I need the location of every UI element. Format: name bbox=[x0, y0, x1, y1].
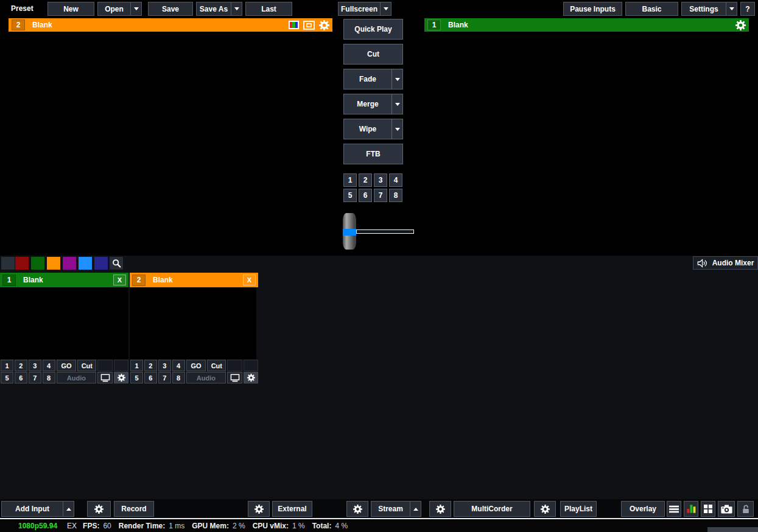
add-input-dropdown[interactable] bbox=[63, 502, 74, 516]
new-button[interactable]: New bbox=[47, 2, 94, 16]
stream-dropdown[interactable] bbox=[410, 502, 421, 516]
position-button-3[interactable]: 3 bbox=[158, 360, 171, 371]
input-settings-button[interactable] bbox=[114, 372, 128, 383]
go-button[interactable]: GO bbox=[186, 360, 206, 371]
external-settings-button[interactable] bbox=[248, 501, 270, 517]
cut-button[interactable]: Cut bbox=[77, 360, 96, 371]
fullscreen-dropdown[interactable] bbox=[380, 2, 391, 15]
open-dropdown[interactable] bbox=[130, 2, 141, 15]
cut-button[interactable]: Cut bbox=[207, 360, 226, 371]
playlist-settings-button[interactable] bbox=[534, 501, 556, 517]
basic-button[interactable]: Basic bbox=[625, 2, 678, 16]
fade-button[interactable]: Fade bbox=[343, 69, 403, 89]
tbar-track[interactable] bbox=[356, 229, 414, 234]
position-button-5[interactable]: 5 bbox=[1, 372, 13, 383]
close-button[interactable]: X bbox=[113, 275, 126, 285]
open-button[interactable]: Open bbox=[97, 2, 142, 16]
quick-number-1[interactable]: 1 bbox=[343, 173, 357, 187]
audio-meter-button[interactable] bbox=[684, 501, 698, 517]
color-filter-green[interactable] bbox=[31, 257, 44, 270]
cut-button[interactable]: Cut bbox=[343, 44, 403, 65]
go-button[interactable]: GO bbox=[57, 360, 77, 371]
add-input-button[interactable]: Add Input bbox=[1, 501, 74, 517]
gear-icon[interactable] bbox=[735, 20, 746, 30]
quick-number-2[interactable]: 2 bbox=[359, 173, 372, 187]
stream-settings-button[interactable] bbox=[346, 501, 368, 517]
close-button[interactable]: X bbox=[243, 275, 256, 285]
position-button-1[interactable]: 1 bbox=[1, 360, 13, 371]
color-filter-blue[interactable] bbox=[79, 257, 92, 270]
settings-button[interactable]: Settings bbox=[681, 2, 737, 16]
wipe-dropdown[interactable] bbox=[391, 119, 402, 139]
save-as-dropdown[interactable] bbox=[231, 2, 242, 15]
color-filter-navy[interactable] bbox=[94, 257, 108, 270]
position-button-5[interactable]: 5 bbox=[130, 372, 143, 383]
help-button[interactable]: ? bbox=[740, 2, 755, 16]
input-2-thumbnail[interactable] bbox=[130, 287, 256, 359]
tbar-handle[interactable] bbox=[343, 213, 356, 250]
stream-button[interactable]: Stream bbox=[371, 501, 421, 517]
merge-dropdown[interactable] bbox=[391, 94, 402, 114]
resize-grip[interactable] bbox=[707, 527, 758, 532]
position-button-2[interactable]: 2 bbox=[144, 360, 157, 371]
menu-button[interactable] bbox=[667, 501, 681, 517]
position-button-7[interactable]: 7 bbox=[29, 372, 41, 383]
position-button-4[interactable]: 4 bbox=[43, 360, 55, 371]
color-filter-none[interactable] bbox=[1, 257, 15, 270]
snapshot-button[interactable] bbox=[718, 501, 735, 517]
position-button-8[interactable]: 8 bbox=[172, 372, 185, 383]
last-button[interactable]: Last bbox=[245, 2, 292, 16]
quick-number-4[interactable]: 4 bbox=[389, 173, 402, 187]
record-settings-button[interactable] bbox=[87, 501, 111, 517]
external-button[interactable]: External bbox=[272, 501, 312, 517]
color-filter-purple[interactable] bbox=[63, 257, 76, 270]
lock-button[interactable] bbox=[737, 501, 754, 517]
fullscreen-monitor-icon[interactable] bbox=[303, 21, 315, 30]
multiview-button[interactable] bbox=[701, 501, 715, 517]
fade-dropdown[interactable] bbox=[391, 69, 402, 89]
quick-number-3[interactable]: 3 bbox=[374, 173, 387, 187]
program-video-area[interactable] bbox=[424, 32, 749, 214]
quick-number-7[interactable]: 7 bbox=[374, 189, 387, 202]
audio-mixer-button[interactable]: Audio Mixer bbox=[693, 256, 758, 270]
color-filter-orange[interactable] bbox=[47, 257, 60, 270]
position-button-6[interactable]: 6 bbox=[144, 372, 157, 383]
quick-play-button[interactable]: Quick Play bbox=[343, 19, 403, 40]
position-button-6[interactable]: 6 bbox=[15, 372, 27, 383]
colorbars-icon[interactable] bbox=[289, 21, 299, 29]
multicorder-settings-button[interactable] bbox=[429, 501, 451, 517]
settings-dropdown[interactable] bbox=[726, 2, 737, 15]
color-filter-red[interactable] bbox=[15, 257, 29, 270]
multicorder-button[interactable]: MultiCorder bbox=[454, 501, 530, 517]
gear-icon[interactable] bbox=[319, 20, 329, 30]
fullscreen-output-button[interactable] bbox=[227, 372, 242, 383]
input-1-titlebar[interactable]: 1 Blank X bbox=[0, 273, 128, 287]
search-button[interactable] bbox=[110, 257, 123, 270]
quick-number-6[interactable]: 6 bbox=[359, 189, 372, 202]
audio-button[interactable]: Audio bbox=[186, 372, 226, 383]
position-button-8[interactable]: 8 bbox=[43, 372, 55, 383]
preview-video-area[interactable] bbox=[9, 32, 332, 214]
input-1-thumbnail[interactable] bbox=[0, 287, 128, 359]
input-2-titlebar[interactable]: 2 Blank X bbox=[130, 273, 258, 287]
merge-button[interactable]: Merge bbox=[343, 94, 403, 114]
input-settings-button[interactable] bbox=[244, 372, 258, 383]
position-button-7[interactable]: 7 bbox=[158, 372, 171, 383]
position-button-4[interactable]: 4 bbox=[172, 360, 185, 371]
fullscreen-output-button[interactable] bbox=[97, 372, 113, 383]
position-button-3[interactable]: 3 bbox=[29, 360, 41, 371]
fullscreen-button[interactable]: Fullscreen bbox=[338, 2, 391, 16]
overlay-button[interactable]: Overlay bbox=[621, 501, 665, 517]
ftb-button[interactable]: FTB bbox=[343, 144, 403, 164]
playlist-button[interactable]: PlayList bbox=[560, 501, 597, 517]
quick-number-5[interactable]: 5 bbox=[343, 189, 357, 202]
save-button[interactable]: Save bbox=[148, 2, 193, 16]
audio-button[interactable]: Audio bbox=[57, 372, 97, 383]
pause-inputs-button[interactable]: Pause Inputs bbox=[563, 2, 622, 16]
wipe-button[interactable]: Wipe bbox=[343, 119, 403, 139]
record-button[interactable]: Record bbox=[114, 501, 154, 517]
position-button-1[interactable]: 1 bbox=[130, 360, 143, 371]
save-as-button[interactable]: Save As bbox=[196, 2, 242, 16]
quick-number-8[interactable]: 8 bbox=[389, 189, 402, 202]
position-button-2[interactable]: 2 bbox=[15, 360, 27, 371]
